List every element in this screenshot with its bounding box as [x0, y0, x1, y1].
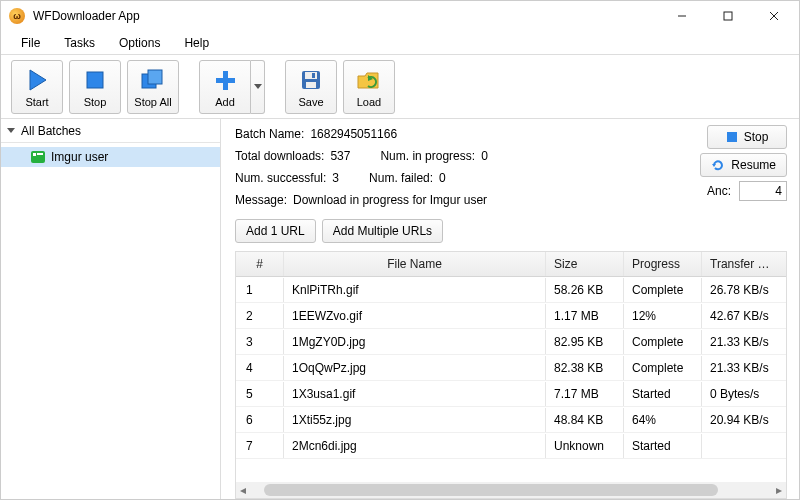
svg-rect-15	[727, 132, 737, 142]
batch-stop-label: Stop	[744, 130, 769, 144]
table-row[interactable]: 41OqQwPz.jpg82.38 KBComplete21.33 KB/s	[236, 355, 786, 381]
cell-progress: Complete	[624, 330, 702, 354]
menu-bar: File Tasks Options Help	[1, 31, 799, 55]
batch-icon	[31, 151, 45, 163]
sidebar-item-imgur-user[interactable]: Imgur user	[1, 147, 220, 167]
stop-all-label: Stop All	[134, 96, 171, 108]
cell-index: 2	[236, 304, 284, 328]
plus-icon	[211, 66, 239, 94]
sidebar-header[interactable]: All Batches	[1, 119, 220, 143]
anc-input[interactable]	[739, 181, 787, 201]
batch-resume-button[interactable]: Resume	[700, 153, 787, 177]
close-button[interactable]	[751, 1, 797, 31]
maximize-button[interactable]	[705, 1, 751, 31]
stop-icon	[81, 66, 109, 94]
cell-rate: 0 Bytes/s	[702, 382, 786, 406]
cell-index: 4	[236, 356, 284, 380]
success-label: Num. successful:	[235, 171, 326, 185]
downloads-table: # File Name Size Progress Transfer Rate …	[235, 251, 787, 499]
cell-filename: KnlPiTRh.gif	[284, 278, 546, 302]
cell-filename: 1MgZY0D.jpg	[284, 330, 546, 354]
batch-name-value: 1682945051166	[310, 127, 397, 141]
success-value: 3	[332, 171, 339, 185]
stop-button[interactable]: Stop	[69, 60, 121, 114]
start-button[interactable]: Start	[11, 60, 63, 114]
table-row[interactable]: 72Mcn6di.jpgUnknownStarted	[236, 433, 786, 459]
scroll-right-icon: ▸	[772, 483, 786, 497]
col-rate[interactable]: Transfer Rate	[702, 252, 786, 276]
cell-index: 5	[236, 382, 284, 406]
batch-resume-label: Resume	[731, 158, 776, 172]
col-progress[interactable]: Progress	[624, 252, 702, 276]
window-title: WFDownloader App	[33, 9, 140, 23]
cell-rate: 21.33 KB/s	[702, 330, 786, 354]
cell-rate: 21.33 KB/s	[702, 356, 786, 380]
cell-size: 58.26 KB	[546, 278, 624, 302]
inprogress-label: Num. in progress:	[380, 149, 475, 163]
sidebar: All Batches Imgur user	[1, 119, 221, 499]
add-multiple-urls-button[interactable]: Add Multiple URLs	[322, 219, 443, 243]
failed-value: 0	[439, 171, 446, 185]
menu-tasks[interactable]: Tasks	[54, 34, 105, 52]
menu-file[interactable]: File	[11, 34, 50, 52]
col-filename[interactable]: File Name	[284, 252, 546, 276]
cell-rate: 26.78 KB/s	[702, 278, 786, 302]
svg-marker-16	[712, 164, 716, 167]
cell-progress: 12%	[624, 304, 702, 328]
add-multiple-urls-label: Add Multiple URLs	[333, 224, 432, 238]
play-icon	[23, 66, 51, 94]
refresh-icon	[711, 159, 725, 171]
table-row[interactable]: 31MgZY0D.jpg82.95 KBComplete21.33 KB/s	[236, 329, 786, 355]
stop-all-button[interactable]: Stop All	[127, 60, 179, 114]
cell-size: 7.17 MB	[546, 382, 624, 406]
cell-filename: 1EEWZvo.gif	[284, 304, 546, 328]
cell-rate: 20.94 KB/s	[702, 408, 786, 432]
inprogress-value: 0	[481, 149, 488, 163]
scroll-left-icon: ◂	[236, 483, 250, 497]
failed-label: Num. failed:	[369, 171, 433, 185]
load-label: Load	[357, 96, 381, 108]
add-one-url-button[interactable]: Add 1 URL	[235, 219, 316, 243]
folder-open-icon	[355, 66, 383, 94]
cell-filename: 1X3usa1.gif	[284, 382, 546, 406]
svg-rect-13	[312, 73, 315, 78]
svg-rect-1	[724, 12, 732, 20]
cell-size: 82.38 KB	[546, 356, 624, 380]
cell-index: 1	[236, 278, 284, 302]
anc-label: Anc:	[707, 184, 731, 198]
cell-filename: 2Mcn6di.jpg	[284, 434, 546, 458]
svg-rect-12	[306, 82, 316, 88]
menu-options[interactable]: Options	[109, 34, 170, 52]
table-row[interactable]: 1KnlPiTRh.gif58.26 KBComplete26.78 KB/s	[236, 277, 786, 303]
cell-size: 82.95 KB	[546, 330, 624, 354]
add-button[interactable]: Add	[199, 60, 251, 114]
cell-size: 1.17 MB	[546, 304, 624, 328]
start-label: Start	[25, 96, 48, 108]
menu-help[interactable]: Help	[174, 34, 219, 52]
cell-progress: 64%	[624, 408, 702, 432]
title-bar: ω WFDownloader App	[1, 1, 799, 31]
app-icon: ω	[9, 8, 25, 24]
svg-rect-7	[148, 70, 162, 84]
scrollbar-thumb[interactable]	[264, 484, 718, 496]
col-size[interactable]: Size	[546, 252, 624, 276]
message-value: Download in progress for Imgur user	[293, 193, 487, 207]
sidebar-item-label: Imgur user	[51, 150, 108, 164]
load-button[interactable]: Load	[343, 60, 395, 114]
horizontal-scrollbar[interactable]: ◂ ▸	[236, 482, 786, 498]
cell-filename: 1OqQwPz.jpg	[284, 356, 546, 380]
table-row[interactable]: 21EEWZvo.gif1.17 MB12%42.67 KB/s	[236, 303, 786, 329]
save-icon	[297, 66, 325, 94]
batch-stop-button[interactable]: Stop	[707, 125, 787, 149]
minimize-button[interactable]	[659, 1, 705, 31]
col-index[interactable]: #	[236, 252, 284, 276]
cell-size: Unknown	[546, 434, 624, 458]
add-dropdown[interactable]	[251, 60, 265, 114]
cell-index: 7	[236, 434, 284, 458]
table-row[interactable]: 61Xti55z.jpg48.84 KB64%20.94 KB/s	[236, 407, 786, 433]
table-row[interactable]: 51X3usa1.gif7.17 MBStarted0 Bytes/s	[236, 381, 786, 407]
stop-all-icon	[139, 66, 167, 94]
cell-progress: Started	[624, 434, 702, 458]
svg-rect-5	[87, 72, 103, 88]
save-button[interactable]: Save	[285, 60, 337, 114]
